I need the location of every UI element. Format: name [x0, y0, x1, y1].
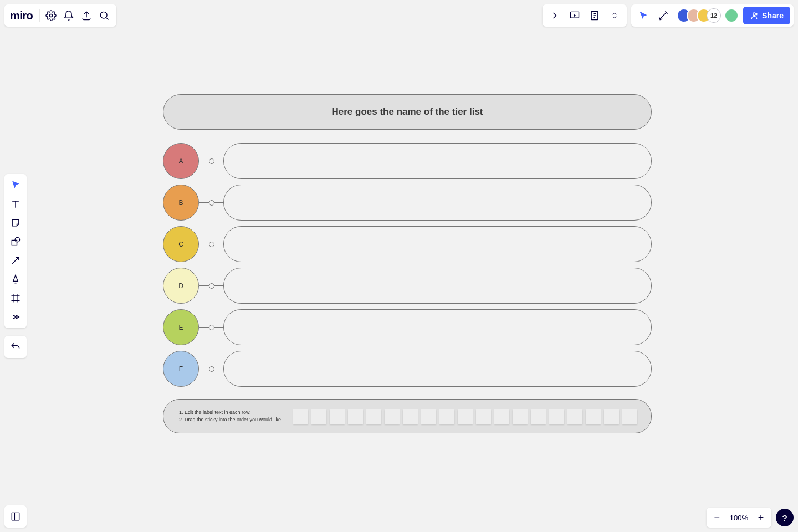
tier-list-title[interactable]: Here goes the name of the tier list	[163, 94, 652, 130]
frames-panel-toggle[interactable]	[4, 505, 27, 528]
tier-connector	[199, 244, 223, 244]
text-tool-icon[interactable]	[7, 195, 24, 213]
sticky-note[interactable]	[330, 409, 345, 424]
instruction-item: Edit the label text in each row.	[185, 409, 281, 416]
tier-row[interactable]: A	[163, 143, 652, 179]
tier-connector	[199, 369, 223, 369]
instructions-text: Edit the label text in each row.Drag the…	[177, 409, 281, 423]
sticky-note[interactable]	[366, 409, 381, 424]
sticky-note[interactable]	[348, 409, 363, 424]
arrow-tool-icon[interactable]	[7, 252, 24, 269]
tier-connector	[199, 202, 223, 203]
avatar-overflow-count[interactable]: 12	[707, 8, 721, 23]
left-toolbar	[4, 174, 27, 328]
zoom-in-button[interactable]: +	[754, 510, 768, 525]
settings-icon[interactable]	[42, 7, 60, 24]
undo-panel	[4, 336, 27, 358]
select-tool-icon[interactable]	[7, 176, 24, 194]
share-button[interactable]: Share	[743, 7, 790, 24]
tier-row[interactable]: F	[163, 351, 652, 387]
tier-label-circle[interactable]: A	[163, 143, 199, 179]
notes-icon[interactable]	[586, 7, 603, 24]
tier-list-footer[interactable]: Edit the label text in each row.Drag the…	[163, 399, 652, 433]
present-icon[interactable]	[566, 7, 584, 24]
tier-row[interactable]: B	[163, 185, 652, 221]
divider	[39, 9, 40, 22]
search-icon[interactable]	[95, 7, 113, 24]
frame-tool-icon[interactable]	[7, 289, 24, 307]
tier-label-circle[interactable]: E	[163, 309, 199, 345]
tier-slot[interactable]	[223, 185, 652, 221]
tier-connector	[199, 161, 223, 161]
sticky-note[interactable]	[293, 409, 308, 424]
share-label: Share	[762, 11, 784, 20]
instruction-item: Drag the sticky into the order you would…	[185, 416, 281, 423]
tier-connector	[199, 285, 223, 286]
tier-slot[interactable]	[223, 226, 652, 262]
tier-slot[interactable]	[223, 351, 652, 387]
sticky-note[interactable]	[604, 409, 619, 424]
undo-icon[interactable]	[7, 338, 24, 356]
sticky-pool	[293, 409, 637, 424]
svg-point-4	[753, 13, 756, 16]
tier-list-title-text: Here goes the name of the tier list	[331, 106, 483, 117]
collaborator-avatars[interactable]: 12	[674, 8, 739, 23]
zoom-out-button[interactable]: −	[710, 510, 724, 525]
expand-icon[interactable]	[546, 7, 564, 24]
sticky-note[interactable]	[439, 409, 454, 424]
tier-label-circle[interactable]: C	[163, 226, 199, 262]
sticky-note[interactable]	[586, 409, 601, 424]
svg-rect-7	[12, 513, 19, 520]
tier-label-circle[interactable]: F	[163, 351, 199, 387]
shape-tool-icon[interactable]	[7, 233, 24, 250]
tier-slot[interactable]	[223, 143, 652, 179]
tier-slot[interactable]	[223, 309, 652, 345]
tier-row[interactable]: C	[163, 226, 652, 262]
sticky-note[interactable]	[531, 409, 546, 424]
sticky-tool-icon[interactable]	[7, 214, 24, 232]
sticky-note[interactable]	[549, 409, 564, 424]
sticky-note[interactable]	[513, 409, 528, 424]
sticky-note[interactable]	[622, 409, 637, 424]
tier-label-circle[interactable]: D	[163, 268, 199, 304]
sticky-note[interactable]	[403, 409, 418, 424]
sticky-note[interactable]	[311, 409, 326, 424]
avatar-self[interactable]	[724, 8, 739, 23]
svg-rect-5	[12, 241, 17, 245]
zoom-control: − 100% +	[707, 508, 771, 528]
export-icon[interactable]	[78, 7, 95, 24]
help-button[interactable]: ?	[776, 509, 794, 526]
svg-point-0	[50, 14, 53, 17]
miro-logo[interactable]: miro	[8, 9, 37, 22]
cursor-icon[interactable]	[635, 7, 652, 24]
svg-point-1	[101, 12, 108, 18]
tier-slot[interactable]	[223, 268, 652, 304]
collab-panel: 12 Share	[631, 4, 794, 27]
sticky-note[interactable]	[494, 409, 509, 424]
sticky-note[interactable]	[421, 409, 436, 424]
presentation-panel	[543, 4, 627, 27]
sticky-note[interactable]	[476, 409, 491, 424]
tier-row[interactable]: D	[163, 268, 652, 304]
zoom-level[interactable]: 100%	[727, 514, 751, 522]
reactions-icon[interactable]	[654, 7, 672, 24]
bottom-right-panel: − 100% + ?	[707, 508, 794, 528]
sticky-note[interactable]	[385, 409, 400, 424]
tier-label-circle[interactable]: B	[163, 185, 199, 221]
bell-icon[interactable]	[60, 7, 78, 24]
tier-list-frame[interactable]: Here goes the name of the tier list ABCD…	[163, 94, 652, 433]
chevron-updown-icon[interactable]	[606, 7, 623, 24]
svg-point-6	[15, 238, 19, 242]
sticky-note[interactable]	[567, 409, 582, 424]
pen-tool-icon[interactable]	[7, 270, 24, 288]
sticky-note[interactable]	[458, 409, 473, 424]
tier-connector	[199, 327, 223, 328]
top-left-toolbar: miro	[4, 4, 116, 27]
more-tools-icon[interactable]	[7, 308, 24, 326]
tier-row[interactable]: E	[163, 309, 652, 345]
top-right-cluster: 12 Share	[543, 4, 794, 27]
